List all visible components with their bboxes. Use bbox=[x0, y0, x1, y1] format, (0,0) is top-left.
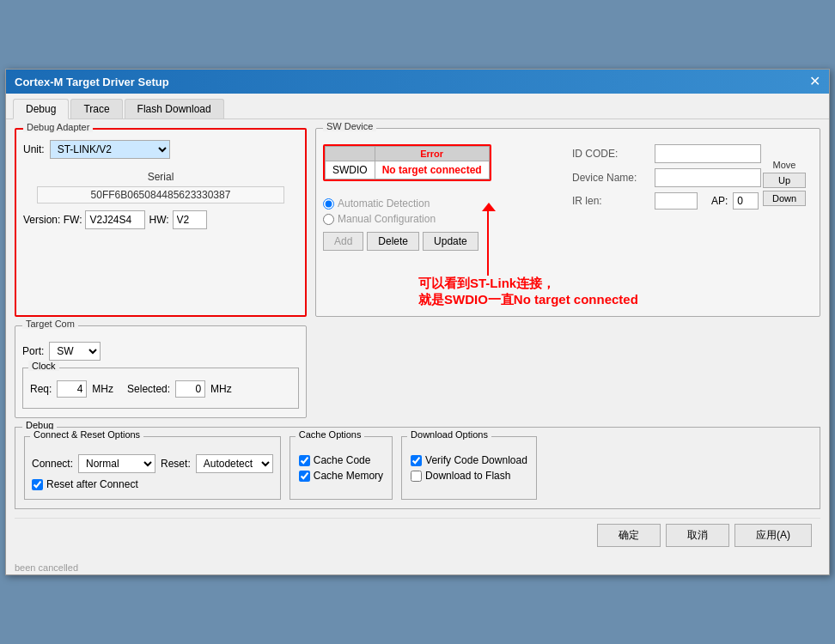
sw-col-swdio bbox=[326, 147, 375, 161]
unit-select[interactable]: ST-LINK/V2 bbox=[50, 140, 170, 159]
sw-device-wrapper: SW Device Error bbox=[315, 128, 820, 317]
sw-swdio-cell: SWDIO bbox=[326, 161, 375, 179]
id-code-input[interactable] bbox=[655, 144, 761, 163]
sw-row: SWDIO No target connected bbox=[326, 161, 490, 179]
ap-input[interactable] bbox=[733, 192, 759, 210]
version-label: Version: FW: bbox=[23, 214, 82, 226]
cache-code-row: Cache Code bbox=[299, 454, 383, 466]
top-section: Debug Adapter Unit: ST-LINK/V2 Serial 50… bbox=[15, 128, 820, 317]
device-name-input[interactable] bbox=[655, 168, 761, 187]
update-button[interactable]: Update bbox=[423, 232, 478, 251]
id-code-label: ID CODE: bbox=[572, 148, 649, 160]
cache-memory-label: Cache Memory bbox=[314, 470, 383, 482]
ap-label: AP: bbox=[711, 195, 728, 207]
sw-right-panel: Move Up Down ID CODE: Device Nam bbox=[572, 144, 813, 251]
clock-row: Req: MHz Selected: MHz bbox=[30, 380, 291, 398]
close-button[interactable]: ✕ bbox=[809, 75, 820, 88]
middle-spacer bbox=[315, 325, 820, 418]
version-row: Version: FW: HW: bbox=[23, 210, 298, 229]
connect-reset-group: Connect & Reset Options Connect: Normal … bbox=[24, 436, 281, 500]
unit-label: Unit: bbox=[23, 143, 45, 155]
cancel-button[interactable]: 取消 bbox=[666, 524, 729, 547]
tab-flash-download[interactable]: Flash Download bbox=[125, 99, 224, 118]
unit-row: Unit: ST-LINK/V2 bbox=[23, 140, 298, 159]
tab-debug[interactable]: Debug bbox=[13, 99, 69, 119]
id-device-panel: ID CODE: Device Name: IR len: bbox=[572, 144, 761, 210]
sw-error-header: Error bbox=[375, 147, 489, 161]
device-name-row: Device Name: bbox=[572, 168, 761, 187]
tab-trace[interactable]: Trace bbox=[70, 99, 122, 118]
selected-label: Selected: bbox=[127, 383, 170, 395]
move-section: Move Up Down bbox=[763, 160, 806, 206]
radio-group: Automatic Detection Manual Configuration bbox=[323, 197, 564, 225]
content-area: Debug Adapter Unit: ST-LINK/V2 Serial 50… bbox=[6, 119, 829, 561]
reset-after-connect-row: Reset after Connect bbox=[32, 478, 273, 490]
cache-memory-checkbox[interactable] bbox=[299, 471, 310, 482]
auto-detect-radio[interactable] bbox=[323, 198, 334, 210]
ir-len-input[interactable] bbox=[655, 192, 698, 210]
debug-section: Debug Connect & Reset Options Connect: N… bbox=[15, 427, 820, 509]
cache-code-checkbox[interactable] bbox=[299, 455, 310, 466]
auto-detect-row: Automatic Detection bbox=[323, 197, 564, 210]
cache-memory-row: Cache Memory bbox=[299, 470, 383, 482]
reset-after-connect-checkbox[interactable] bbox=[32, 479, 43, 490]
download-flash-label: Download to Flash bbox=[425, 470, 510, 482]
manual-config-radio[interactable] bbox=[323, 214, 334, 225]
device-name-label: Device Name: bbox=[572, 172, 649, 184]
download-flash-checkbox[interactable] bbox=[411, 471, 422, 482]
add-button[interactable]: Add bbox=[323, 232, 363, 251]
sw-device-group: SW Device Error bbox=[315, 128, 820, 317]
selected-input bbox=[175, 380, 205, 398]
title-bar: Cortex-M Target Driver Setup ✕ bbox=[6, 70, 829, 94]
move-label: Move bbox=[763, 160, 806, 170]
cache-options-group: Cache Options Cache Code Cache Memory bbox=[290, 436, 393, 500]
mhz2: MHz bbox=[210, 383, 232, 395]
apply-button[interactable]: 应用(A) bbox=[734, 524, 812, 547]
clock-section: Clock Req: MHz Selected: MHz bbox=[22, 368, 299, 409]
cache-code-label: Cache Code bbox=[314, 454, 371, 466]
sw-inner: Error SWDIO No target connected bbox=[323, 144, 813, 251]
connect-reset-label: Connect & Reset Options bbox=[30, 429, 143, 440]
down-button[interactable]: Down bbox=[763, 191, 806, 206]
auto-detect-label: Automatic Detection bbox=[338, 197, 430, 210]
up-button[interactable]: Up bbox=[763, 173, 806, 188]
verify-code-checkbox[interactable] bbox=[411, 455, 422, 466]
sw-table-wrapper: Error SWDIO No target connected bbox=[323, 144, 491, 181]
serial-label: Serial bbox=[148, 171, 174, 183]
delete-button[interactable]: Delete bbox=[367, 232, 419, 251]
hw-input bbox=[173, 210, 207, 229]
download-options-group: Download Options Verify Code Download Do… bbox=[401, 436, 537, 500]
verify-code-label: Verify Code Download bbox=[425, 454, 527, 466]
port-label: Port: bbox=[22, 345, 44, 357]
debug-adapter-group: Debug Adapter Unit: ST-LINK/V2 Serial 50… bbox=[15, 128, 307, 317]
dialog-title: Cortex-M Target Driver Setup bbox=[15, 76, 169, 88]
ir-len-label: IR len: bbox=[572, 195, 649, 207]
tab-bar: Debug Trace Flash Download bbox=[6, 94, 829, 119]
ok-button[interactable]: 确定 bbox=[597, 524, 661, 547]
id-code-row: ID CODE: bbox=[572, 144, 761, 163]
cache-options-label: Cache Options bbox=[296, 429, 365, 440]
target-com-group: Target Com Port: SW Clock Req: MHz S bbox=[15, 325, 307, 418]
port-row: Port: SW bbox=[22, 342, 299, 361]
clock-inner: Clock Req: MHz Selected: MHz bbox=[22, 368, 299, 409]
fw-input bbox=[85, 210, 145, 229]
manual-config-label: Manual Configuration bbox=[338, 213, 436, 225]
reset-select[interactable]: Autodetect bbox=[196, 454, 273, 473]
connect-select[interactable]: Normal bbox=[78, 454, 155, 473]
action-buttons: Add Delete Update bbox=[323, 232, 564, 251]
download-options-label: Download Options bbox=[407, 429, 491, 440]
connect-row: Connect: Normal Reset: Autodetect bbox=[32, 454, 273, 473]
middle-section: Target Com Port: SW Clock Req: MHz S bbox=[15, 325, 820, 418]
clock-label: Clock bbox=[28, 361, 59, 371]
download-flash-row: Download to Flash bbox=[411, 470, 527, 482]
target-com-label: Target Com bbox=[22, 319, 78, 329]
footer-buttons: 确定 取消 应用(A) bbox=[15, 518, 820, 552]
debug-bottom-row: Connect & Reset Options Connect: Normal … bbox=[24, 436, 811, 500]
port-select[interactable]: SW bbox=[49, 342, 101, 361]
sw-left: Error SWDIO No target connected bbox=[323, 144, 564, 251]
dialog-window: Cortex-M Target Driver Setup ✕ Debug Tra… bbox=[5, 69, 830, 575]
hw-label: HW: bbox=[149, 214, 168, 226]
ir-ap-row: IR len: AP: bbox=[572, 192, 761, 210]
sw-device-label: SW Device bbox=[323, 121, 376, 131]
req-input[interactable] bbox=[57, 380, 87, 398]
